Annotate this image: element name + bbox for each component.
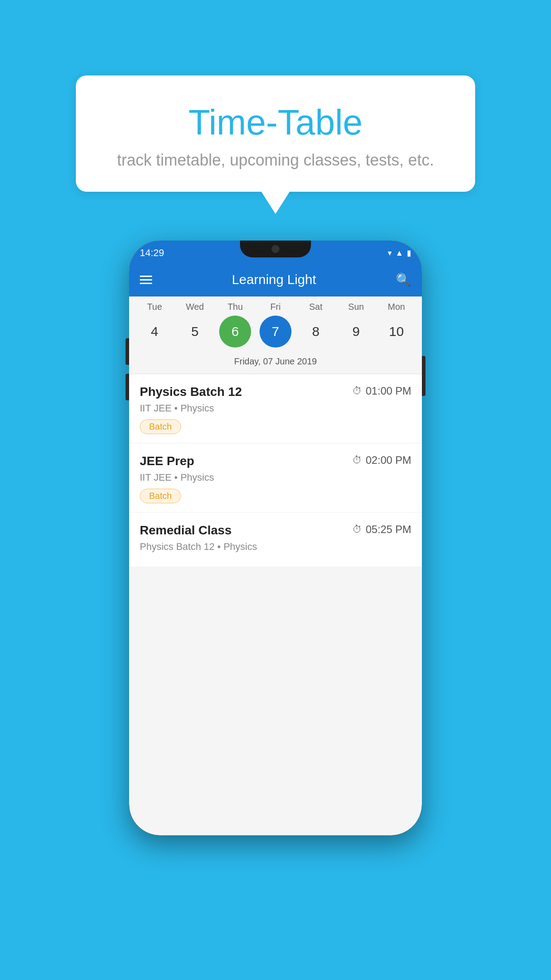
day-headers: TueWedThuFriSatSunMon xyxy=(129,302,422,316)
status-time: 14:29 xyxy=(140,247,164,259)
class-list: Physics Batch 12⏱01:00 PMIIT JEE • Physi… xyxy=(129,374,422,567)
class-header: JEE Prep⏱02:00 PM xyxy=(140,454,411,468)
volume-up-button[interactable] xyxy=(126,338,129,365)
bubble-title: Time-Table xyxy=(111,102,440,143)
clock-icon: ⏱ xyxy=(352,385,362,397)
class-time: ⏱02:00 PM xyxy=(352,454,411,466)
class-name: Physics Batch 12 xyxy=(140,385,242,399)
phone-screen: 14:29 ▾ ▲ ▮ Learning Light 🔍 xyxy=(129,241,422,835)
class-item[interactable]: Remedial Class⏱05:25 PMPhysics Batch 12 … xyxy=(129,513,422,567)
volume-down-button[interactable] xyxy=(126,374,129,400)
search-icon[interactable]: 🔍 xyxy=(396,273,411,287)
day-header: Sat xyxy=(300,302,332,312)
bubble-subtitle: track timetable, upcoming classes, tests… xyxy=(111,151,440,170)
class-item[interactable]: JEE Prep⏱02:00 PMIIT JEE • PhysicsBatch xyxy=(129,443,422,513)
app-bar: Learning Light 🔍 xyxy=(129,263,422,296)
day-number-6[interactable]: 6 xyxy=(219,316,251,348)
camera-dot xyxy=(272,245,279,253)
day-header: Wed xyxy=(179,302,211,312)
speech-bubble: Time-Table track timetable, upcoming cla… xyxy=(76,75,475,192)
battery-icon: ▮ xyxy=(407,248,411,258)
status-icons: ▾ ▲ ▮ xyxy=(388,248,411,258)
phone-mockup: 14:29 ▾ ▲ ▮ Learning Light 🔍 xyxy=(129,241,422,835)
class-header: Remedial Class⏱05:25 PM xyxy=(140,523,411,537)
day-number-8[interactable]: 8 xyxy=(300,316,332,348)
class-time: ⏱05:25 PM xyxy=(352,523,411,536)
class-item[interactable]: Physics Batch 12⏱01:00 PMIIT JEE • Physi… xyxy=(129,374,422,443)
class-header: Physics Batch 12⏱01:00 PM xyxy=(140,385,411,399)
calendar-strip: TueWedThuFriSatSunMon 45678910 Friday, 0… xyxy=(129,296,422,374)
class-name: Remedial Class xyxy=(140,523,232,537)
wifi-icon: ▾ xyxy=(388,248,392,258)
batch-badge: Batch xyxy=(140,489,181,503)
class-name: JEE Prep xyxy=(140,454,194,468)
class-meta: IIT JEE • Physics xyxy=(140,403,411,414)
day-header: Fri xyxy=(260,302,291,312)
batch-badge: Batch xyxy=(140,419,181,434)
class-time: ⏱01:00 PM xyxy=(352,385,411,397)
day-header: Thu xyxy=(219,302,251,312)
day-number-7[interactable]: 7 xyxy=(260,316,291,348)
menu-button[interactable] xyxy=(140,276,152,284)
phone-body: 14:29 ▾ ▲ ▮ Learning Light 🔍 xyxy=(129,241,422,835)
day-number-9[interactable]: 9 xyxy=(340,316,372,348)
day-number-4[interactable]: 4 xyxy=(138,316,170,348)
class-meta: Physics Batch 12 • Physics xyxy=(140,541,411,553)
class-meta: IIT JEE • Physics xyxy=(140,472,411,483)
clock-icon: ⏱ xyxy=(352,454,362,466)
day-numbers: 45678910 xyxy=(129,316,422,353)
date-label: Friday, 07 June 2019 xyxy=(129,353,422,374)
power-button[interactable] xyxy=(422,356,425,396)
day-number-5[interactable]: 5 xyxy=(179,316,211,348)
day-header: Tue xyxy=(138,302,170,312)
signal-icon: ▲ xyxy=(395,249,403,258)
app-title: Learning Light xyxy=(161,272,387,287)
day-header: Mon xyxy=(380,302,412,312)
day-header: Sun xyxy=(340,302,372,312)
day-number-10[interactable]: 10 xyxy=(380,316,412,348)
clock-icon: ⏱ xyxy=(352,524,362,535)
